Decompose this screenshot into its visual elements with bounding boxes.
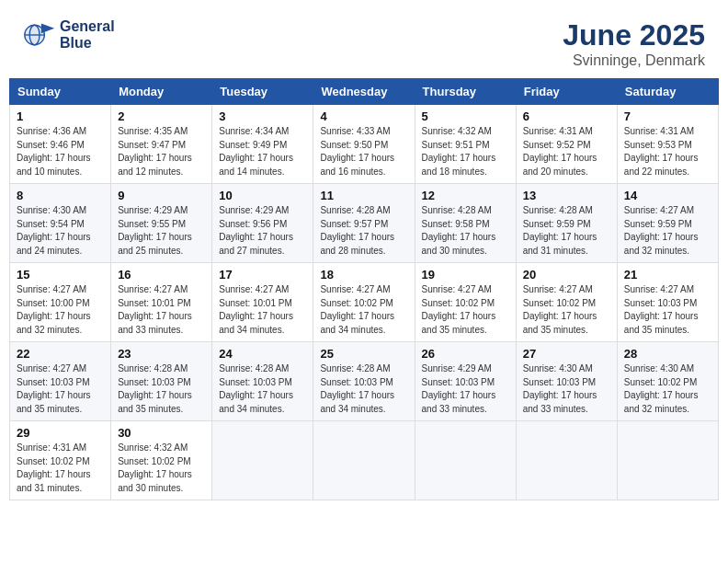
logo-icon	[23, 18, 56, 52]
day-number: 8	[17, 189, 104, 202]
day-number: 18	[320, 268, 407, 282]
weekday-header-monday: Monday	[111, 79, 212, 105]
page-header: General Blue June 2025 Svinninge, Denmar…	[9, 9, 719, 74]
week-row-3: 15Sunrise: 4:27 AM Sunset: 10:00 PM Dayl…	[10, 263, 719, 342]
weekday-header-wednesday: Wednesday	[313, 79, 415, 105]
calendar-cell	[313, 421, 415, 500]
calendar-cell: 1Sunrise: 4:36 AM Sunset: 9:46 PM Daylig…	[10, 105, 111, 184]
logo-text: General Blue	[60, 18, 115, 51]
day-info: Sunrise: 4:30 AM Sunset: 9:54 PM Dayligh…	[17, 204, 104, 258]
calendar-cell: 9Sunrise: 4:29 AM Sunset: 9:55 PM Daylig…	[111, 184, 212, 263]
day-number: 2	[118, 109, 205, 123]
day-number: 7	[624, 109, 711, 123]
calendar-cell: 20Sunrise: 4:27 AM Sunset: 10:02 PM Dayl…	[516, 263, 617, 342]
calendar-cell: 10Sunrise: 4:29 AM Sunset: 9:56 PM Dayli…	[212, 184, 313, 263]
calendar-cell	[415, 421, 516, 500]
calendar-cell: 22Sunrise: 4:27 AM Sunset: 10:03 PM Dayl…	[10, 342, 111, 421]
weekday-header-row: SundayMondayTuesdayWednesdayThursdayFrid…	[10, 79, 719, 105]
day-number: 25	[320, 347, 407, 361]
day-number: 14	[624, 189, 711, 202]
calendar-cell: 28Sunrise: 4:30 AM Sunset: 10:02 PM Dayl…	[617, 342, 718, 421]
day-info: Sunrise: 4:29 AM Sunset: 9:56 PM Dayligh…	[219, 204, 306, 258]
logo-line1: General	[60, 18, 115, 35]
day-number: 1	[17, 109, 104, 123]
day-number: 15	[17, 268, 104, 282]
calendar-cell: 30Sunrise: 4:32 AM Sunset: 10:02 PM Dayl…	[111, 421, 212, 500]
day-info: Sunrise: 4:35 AM Sunset: 9:47 PM Dayligh…	[118, 125, 205, 178]
day-info: Sunrise: 4:27 AM Sunset: 10:03 PM Daylig…	[17, 362, 104, 416]
day-info: Sunrise: 4:28 AM Sunset: 9:59 PM Dayligh…	[523, 204, 610, 258]
day-number: 23	[118, 347, 205, 361]
calendar-cell: 29Sunrise: 4:31 AM Sunset: 10:02 PM Dayl…	[10, 421, 111, 500]
calendar-cell: 11Sunrise: 4:28 AM Sunset: 9:57 PM Dayli…	[313, 184, 415, 263]
calendar-cell: 6Sunrise: 4:31 AM Sunset: 9:52 PM Daylig…	[516, 105, 617, 184]
week-row-4: 22Sunrise: 4:27 AM Sunset: 10:03 PM Dayl…	[10, 342, 719, 421]
day-number: 20	[523, 268, 610, 282]
week-row-5: 29Sunrise: 4:31 AM Sunset: 10:02 PM Dayl…	[10, 421, 719, 500]
day-info: Sunrise: 4:34 AM Sunset: 9:49 PM Dayligh…	[219, 125, 306, 178]
weekday-header-sunday: Sunday	[10, 79, 111, 105]
day-info: Sunrise: 4:27 AM Sunset: 10:03 PM Daylig…	[624, 283, 711, 337]
logo: General Blue	[23, 18, 115, 52]
calendar-cell: 21Sunrise: 4:27 AM Sunset: 10:03 PM Dayl…	[617, 263, 718, 342]
day-info: Sunrise: 4:28 AM Sunset: 9:58 PM Dayligh…	[422, 204, 509, 258]
weekday-header-friday: Friday	[516, 79, 617, 105]
calendar-cell: 5Sunrise: 4:32 AM Sunset: 9:51 PM Daylig…	[415, 105, 516, 184]
calendar-cell: 27Sunrise: 4:30 AM Sunset: 10:03 PM Dayl…	[516, 342, 617, 421]
day-info: Sunrise: 4:36 AM Sunset: 9:46 PM Dayligh…	[17, 125, 104, 178]
weekday-header-saturday: Saturday	[617, 79, 718, 105]
day-number: 24	[219, 347, 306, 361]
calendar-table: SundayMondayTuesdayWednesdayThursdayFrid…	[9, 78, 719, 500]
day-info: Sunrise: 4:27 AM Sunset: 10:00 PM Daylig…	[17, 283, 104, 337]
day-number: 3	[219, 109, 306, 123]
day-number: 21	[624, 268, 711, 282]
day-info: Sunrise: 4:28 AM Sunset: 10:03 PM Daylig…	[118, 362, 205, 416]
calendar-cell: 24Sunrise: 4:28 AM Sunset: 10:03 PM Dayl…	[212, 342, 313, 421]
day-number: 5	[422, 109, 509, 123]
day-number: 29	[17, 426, 104, 440]
weekday-header-tuesday: Tuesday	[212, 79, 313, 105]
svg-marker-5	[41, 23, 54, 33]
calendar-cell: 18Sunrise: 4:27 AM Sunset: 10:02 PM Dayl…	[313, 263, 415, 342]
day-info: Sunrise: 4:28 AM Sunset: 10:03 PM Daylig…	[320, 362, 407, 416]
calendar-cell: 25Sunrise: 4:28 AM Sunset: 10:03 PM Dayl…	[313, 342, 415, 421]
day-info: Sunrise: 4:32 AM Sunset: 9:51 PM Dayligh…	[422, 125, 509, 178]
day-number: 4	[320, 109, 407, 123]
day-number: 17	[219, 268, 306, 282]
calendar-cell: 8Sunrise: 4:30 AM Sunset: 9:54 PM Daylig…	[10, 184, 111, 263]
day-number: 13	[523, 189, 610, 202]
day-info: Sunrise: 4:27 AM Sunset: 10:02 PM Daylig…	[320, 283, 407, 337]
calendar-cell: 2Sunrise: 4:35 AM Sunset: 9:47 PM Daylig…	[111, 105, 212, 184]
day-info: Sunrise: 4:32 AM Sunset: 10:02 PM Daylig…	[118, 442, 205, 495]
day-info: Sunrise: 4:28 AM Sunset: 9:57 PM Dayligh…	[320, 204, 407, 258]
day-number: 11	[320, 189, 407, 202]
calendar-subtitle: Svinninge, Denmark	[563, 52, 705, 69]
title-block: June 2025 Svinninge, Denmark	[563, 18, 705, 69]
day-number: 26	[422, 347, 509, 361]
weekday-header-thursday: Thursday	[415, 79, 516, 105]
day-number: 10	[219, 189, 306, 202]
calendar-cell	[212, 421, 313, 500]
day-number: 27	[523, 347, 610, 361]
calendar-cell: 17Sunrise: 4:27 AM Sunset: 10:01 PM Dayl…	[212, 263, 313, 342]
calendar-cell	[617, 421, 718, 500]
day-info: Sunrise: 4:31 AM Sunset: 9:53 PM Dayligh…	[624, 125, 711, 178]
day-number: 12	[422, 189, 509, 202]
day-info: Sunrise: 4:29 AM Sunset: 10:03 PM Daylig…	[422, 362, 509, 416]
calendar-cell: 3Sunrise: 4:34 AM Sunset: 9:49 PM Daylig…	[212, 105, 313, 184]
calendar-cell: 14Sunrise: 4:27 AM Sunset: 9:59 PM Dayli…	[617, 184, 718, 263]
day-info: Sunrise: 4:29 AM Sunset: 9:55 PM Dayligh…	[118, 204, 205, 258]
day-number: 6	[523, 109, 610, 123]
day-number: 30	[118, 426, 205, 440]
day-number: 28	[624, 347, 711, 361]
week-row-2: 8Sunrise: 4:30 AM Sunset: 9:54 PM Daylig…	[10, 184, 719, 263]
calendar-cell: 15Sunrise: 4:27 AM Sunset: 10:00 PM Dayl…	[10, 263, 111, 342]
calendar-cell: 4Sunrise: 4:33 AM Sunset: 9:50 PM Daylig…	[313, 105, 415, 184]
day-info: Sunrise: 4:30 AM Sunset: 10:02 PM Daylig…	[624, 362, 711, 416]
day-number: 22	[17, 347, 104, 361]
day-number: 19	[422, 268, 509, 282]
day-number: 16	[118, 268, 205, 282]
day-info: Sunrise: 4:27 AM Sunset: 10:02 PM Daylig…	[422, 283, 509, 337]
day-info: Sunrise: 4:31 AM Sunset: 10:02 PM Daylig…	[17, 442, 104, 495]
calendar-cell: 13Sunrise: 4:28 AM Sunset: 9:59 PM Dayli…	[516, 184, 617, 263]
